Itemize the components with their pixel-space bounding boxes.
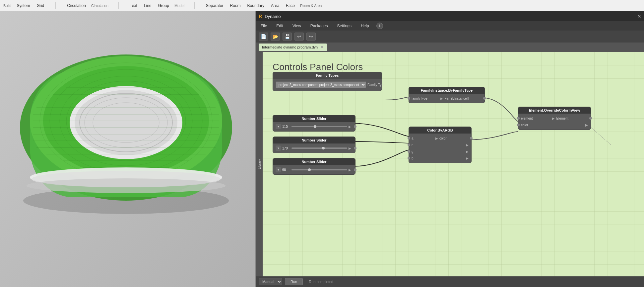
number-slider-2-node: Number Slider ▾ 170 ▶	[273, 137, 355, 153]
save-button[interactable]: 💾	[283, 33, 292, 41]
toolbar-line[interactable]: Line	[143, 3, 153, 9]
slider2-body: ▾ 170 ▶	[273, 144, 355, 153]
slider3-port	[354, 168, 356, 171]
element-override-body: element ▶ Element color ▶	[518, 114, 591, 130]
family-instance-header: FamilyInstance.ByFamilyType	[409, 87, 484, 94]
slider3-chevron[interactable]: ▾	[276, 167, 281, 172]
open-button[interactable]: 📂	[271, 33, 280, 41]
svg-point-30	[27, 178, 225, 193]
dynamo-canvas: Controls Panel Colors	[263, 52, 644, 276]
slider2-track[interactable]	[291, 147, 347, 149]
main-area: R Dynamo ✕ File Edit View Packages Setti…	[0, 11, 644, 287]
slider2-header: Number Slider	[273, 137, 355, 144]
active-tab[interactable]: Intermediate dynamo program.dyn ✕	[259, 44, 327, 51]
circulation-label: Circulation	[91, 4, 108, 8]
family-instance-output-label: FamilyInstance[]	[444, 97, 469, 100]
toolbar-circulation[interactable]: Circulation	[66, 3, 87, 9]
family-types-body: project 2_mass component:project 2_mass …	[273, 79, 382, 91]
family-instance-node: FamilyInstance.ByFamilyType familyType ▶…	[409, 87, 485, 103]
color-r-label: r	[412, 143, 413, 147]
dynamo-titlebar: R Dynamo ✕	[256, 11, 644, 21]
slider2-row: ▾ 170 ▶	[273, 145, 355, 151]
separator-1	[55, 2, 56, 9]
toolbar-room[interactable]: Room	[229, 3, 242, 9]
redo-button[interactable]: ↪	[306, 33, 316, 41]
slider3-body: ▾ 90 ▶	[273, 165, 355, 174]
slider2-thumb[interactable]	[322, 147, 325, 149]
slider3-header: Number Slider	[273, 158, 355, 165]
slider1-body: ▾ 110 ▶	[273, 122, 355, 131]
number-slider-1-node: Number Slider ▾ 110 ▶	[273, 115, 355, 132]
dynamo-title: Dynamo	[265, 14, 281, 19]
color-output-label: color	[439, 137, 447, 140]
family-instance-output-port	[483, 97, 486, 100]
toolbar-group[interactable]: Group	[157, 3, 170, 9]
element-output-port	[589, 117, 592, 120]
slider1-thumb[interactable]	[314, 125, 316, 128]
run-mode-select[interactable]: Manual	[259, 278, 282, 285]
slider3-arrow[interactable]: ▶	[349, 168, 351, 172]
tab-close[interactable]: ✕	[320, 45, 324, 49]
build-label: Build	[3, 4, 11, 8]
family-types-dropdown[interactable]: project 2_mass component:project 2_mass …	[276, 81, 366, 88]
toolbar-face[interactable]: Face	[285, 3, 296, 9]
dynamo-window-close[interactable]: ✕	[637, 14, 641, 19]
dynamo-toolbar: 📄 📂 💾 ↩ ↪	[256, 31, 644, 43]
toolbar-boundary[interactable]: Boundary	[246, 3, 266, 9]
slider2-value: 170	[282, 146, 290, 150]
color-byargb-node: Color.ByARGB a ▶ color r ▶	[409, 127, 472, 163]
room-area-label: Room & Area	[300, 4, 322, 8]
top-toolbar: Build System Grid Circulation Circulatio…	[0, 0, 644, 11]
menu-view[interactable]: View	[290, 23, 303, 29]
new-button[interactable]: 📄	[259, 33, 268, 41]
library-toggle[interactable]: Library	[256, 52, 263, 276]
toolbar-system[interactable]: System	[15, 3, 31, 9]
element-output-label: Element	[556, 117, 568, 120]
run-button[interactable]: Run	[285, 278, 303, 285]
menu-help[interactable]: Help	[359, 23, 371, 29]
slider2-chevron[interactable]: ▾	[276, 145, 281, 151]
toolbar-area[interactable]: Area	[270, 3, 281, 9]
tab-label: Intermediate dynamo program.dyn	[262, 45, 318, 49]
info-button[interactable]: ℹ	[376, 23, 383, 29]
menu-edit[interactable]: Edit	[274, 23, 285, 29]
family-instance-arrow: ▶	[440, 97, 443, 100]
dynamo-tabbar: Intermediate dynamo program.dyn ✕	[256, 43, 644, 52]
family-types-header: Family Types	[273, 72, 382, 79]
dynamo-menubar: File Edit View Packages Settings Help ℹ	[256, 21, 644, 31]
toolbar-separator[interactable]: Separator	[205, 3, 225, 9]
slider1-chevron[interactable]: ▾	[276, 124, 281, 129]
slider1-track[interactable]	[291, 126, 347, 127]
toolbar-text[interactable]: Text	[129, 3, 139, 9]
toolbar-grid[interactable]: Grid	[35, 3, 45, 9]
menu-settings[interactable]: Settings	[335, 23, 354, 29]
slider2-arrow[interactable]: ▶	[349, 146, 351, 150]
menu-packages[interactable]: Packages	[308, 23, 330, 29]
dynamo-icon: R	[259, 14, 262, 19]
slider3-thumb[interactable]	[308, 168, 311, 171]
element-override-header: Element.OverrideColorInView	[518, 107, 591, 114]
slider1-port	[354, 125, 356, 128]
color-a-port	[408, 137, 410, 140]
color-input-port	[517, 124, 520, 126]
color-r-port	[408, 144, 410, 146]
slider3-track[interactable]	[291, 169, 347, 170]
slider3-row: ▾ 90 ▶	[273, 166, 355, 173]
color-r-row: r ▶	[409, 142, 471, 148]
color-input-row: color ▶	[518, 122, 591, 128]
color-g-label: g	[412, 150, 414, 153]
slider2-port	[354, 147, 356, 149]
family-type-input-label: familyType	[412, 97, 427, 100]
slider3-value: 90	[282, 168, 290, 172]
element-arrow: ▶	[552, 117, 555, 120]
color-b-arrow: ▶	[466, 156, 469, 160]
menu-file[interactable]: File	[259, 23, 269, 29]
undo-button[interactable]: ↩	[294, 33, 304, 41]
slider1-arrow[interactable]: ▶	[349, 125, 351, 129]
element-input-port	[517, 117, 520, 120]
separator-2	[118, 2, 119, 9]
stadium-viewport	[10, 28, 242, 244]
element-input-label: element	[521, 117, 533, 120]
build-group: Build System Grid	[3, 3, 45, 9]
slider1-row: ▾ 110 ▶	[273, 123, 355, 130]
